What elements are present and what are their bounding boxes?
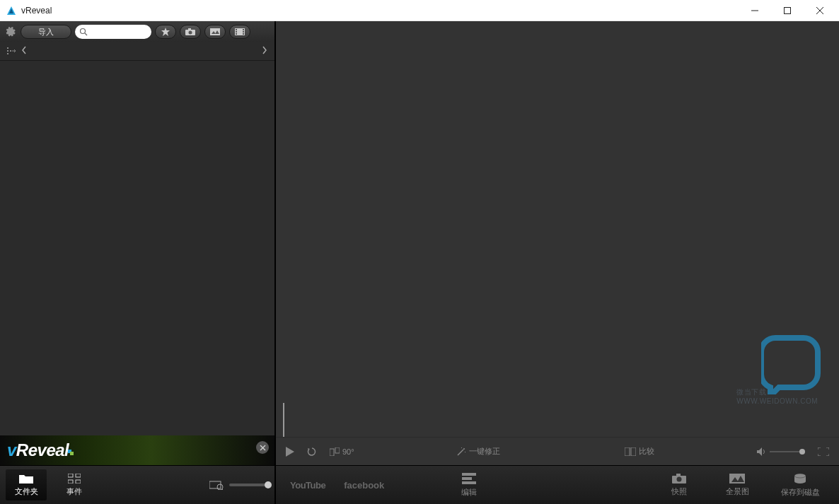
svg-rect-32 bbox=[76, 480, 81, 484]
window-titlebar: vReveal bbox=[0, 0, 839, 21]
top-toolbar: 导入 bbox=[0, 21, 274, 42]
svg-rect-44 bbox=[625, 447, 630, 456]
rotate-icon bbox=[330, 447, 340, 456]
loop-icon bbox=[307, 447, 317, 457]
svg-rect-3 bbox=[785, 7, 791, 13]
search-input[interactable] bbox=[91, 28, 140, 36]
chevron-right-icon bbox=[262, 46, 267, 54]
svg-rect-38 bbox=[330, 449, 334, 456]
svg-rect-30 bbox=[76, 474, 81, 477]
zoom-icon bbox=[209, 480, 225, 490]
video-filter-button[interactable] bbox=[229, 25, 250, 39]
svg-rect-49 bbox=[462, 481, 476, 484]
bottom-tabs: 文件夹 事件 bbox=[0, 465, 274, 504]
watermark-text: 微当下载WWW.WEIDOWN.COM bbox=[736, 387, 818, 405]
svg-point-52 bbox=[677, 476, 682, 481]
svg-line-40 bbox=[458, 450, 463, 455]
import-button[interactable]: 导入 bbox=[21, 25, 71, 39]
svg-rect-47 bbox=[462, 473, 476, 476]
app-logo-icon bbox=[6, 5, 17, 16]
snapshot-button[interactable]: 快照 bbox=[659, 474, 699, 497]
brand-logo: vReveal bbox=[7, 440, 74, 460]
svg-rect-12 bbox=[210, 28, 220, 35]
camera-filter-button[interactable] bbox=[180, 25, 201, 39]
video-viewer: 微当下载WWW.WEIDOWN.COM bbox=[276, 21, 839, 437]
star-icon bbox=[161, 28, 170, 36]
image-icon bbox=[210, 28, 220, 35]
right-panel: 微当下载WWW.WEIDOWN.COM 90° 一键修正 比较 bbox=[276, 21, 839, 504]
grid-icon bbox=[68, 474, 81, 484]
favorites-filter-button[interactable] bbox=[155, 25, 176, 39]
volume-control[interactable] bbox=[757, 447, 805, 456]
tab-folders[interactable]: 文件夹 bbox=[6, 469, 47, 500]
gallery-nav bbox=[0, 42, 274, 61]
save-disk-button[interactable]: 保存到磁盘 bbox=[775, 473, 825, 498]
compare-label: 比较 bbox=[639, 446, 654, 457]
compare-button[interactable]: 比较 bbox=[625, 446, 654, 457]
snapshot-label: 快照 bbox=[671, 486, 687, 497]
promo-banner: vReveal bbox=[0, 435, 274, 465]
settings-button[interactable] bbox=[4, 25, 17, 38]
zoom-control[interactable] bbox=[209, 480, 269, 490]
svg-rect-48 bbox=[462, 477, 472, 480]
film-icon bbox=[235, 28, 245, 35]
minimize-button[interactable] bbox=[739, 0, 771, 21]
youtube-button[interactable]: YouTube bbox=[290, 480, 325, 491]
expand-icon bbox=[7, 47, 16, 54]
edit-label: 编辑 bbox=[461, 487, 477, 498]
svg-line-7 bbox=[85, 33, 87, 35]
facebook-button[interactable]: facebook bbox=[344, 480, 384, 491]
search-icon bbox=[79, 28, 88, 36]
next-button[interactable] bbox=[253, 46, 267, 57]
svg-point-11 bbox=[189, 31, 192, 35]
svg-rect-22 bbox=[7, 47, 8, 49]
svg-rect-24 bbox=[7, 53, 8, 54]
rotate-label: 90° bbox=[342, 447, 354, 456]
svg-rect-39 bbox=[335, 447, 340, 453]
watermark-logo-icon bbox=[761, 331, 825, 394]
svg-point-6 bbox=[81, 29, 86, 34]
zoom-slider[interactable] bbox=[229, 484, 269, 486]
compare-icon bbox=[625, 447, 636, 456]
rotate-button[interactable]: 90° bbox=[330, 447, 354, 456]
svg-rect-18 bbox=[236, 33, 237, 35]
svg-rect-16 bbox=[236, 29, 237, 30]
expand-toggle[interactable] bbox=[7, 47, 21, 56]
wand-icon bbox=[456, 447, 466, 457]
svg-rect-17 bbox=[236, 31, 237, 33]
play-icon bbox=[286, 447, 294, 457]
banner-close-button[interactable] bbox=[256, 441, 269, 454]
loop-button[interactable] bbox=[307, 447, 317, 457]
maximize-button[interactable] bbox=[771, 0, 804, 21]
fullscreen-icon bbox=[818, 447, 829, 456]
volume-slider[interactable] bbox=[770, 451, 805, 452]
play-button[interactable] bbox=[286, 447, 294, 457]
save-disk-label: 保存到磁盘 bbox=[781, 487, 820, 498]
svg-rect-21 bbox=[243, 33, 244, 35]
close-button[interactable] bbox=[804, 0, 836, 21]
svg-point-34 bbox=[217, 484, 223, 490]
svg-line-43 bbox=[461, 447, 462, 448]
onekey-fix-button[interactable]: 一键修正 bbox=[456, 446, 500, 457]
prev-button[interactable] bbox=[21, 46, 35, 57]
svg-point-41 bbox=[463, 448, 465, 450]
svg-rect-10 bbox=[188, 28, 191, 30]
panorama-icon bbox=[729, 474, 745, 484]
svg-rect-33 bbox=[209, 481, 221, 488]
volume-icon bbox=[757, 447, 767, 456]
fullscreen-button[interactable] bbox=[818, 447, 829, 456]
image-filter-button[interactable] bbox=[204, 25, 226, 39]
search-box[interactable] bbox=[75, 25, 151, 39]
gallery-area bbox=[0, 61, 274, 435]
svg-rect-51 bbox=[676, 474, 681, 476]
left-panel: 导入 bbox=[0, 21, 276, 504]
folder-icon bbox=[19, 474, 33, 484]
window-title: vReveal bbox=[21, 6, 739, 16]
tab-folders-label: 文件夹 bbox=[15, 486, 38, 497]
tab-events[interactable]: 事件 bbox=[54, 469, 95, 500]
svg-rect-23 bbox=[7, 50, 8, 52]
edit-button[interactable]: 编辑 bbox=[449, 473, 489, 498]
svg-rect-20 bbox=[243, 31, 244, 33]
panorama-button[interactable]: 全景图 bbox=[717, 474, 757, 497]
svg-marker-8 bbox=[161, 28, 170, 36]
